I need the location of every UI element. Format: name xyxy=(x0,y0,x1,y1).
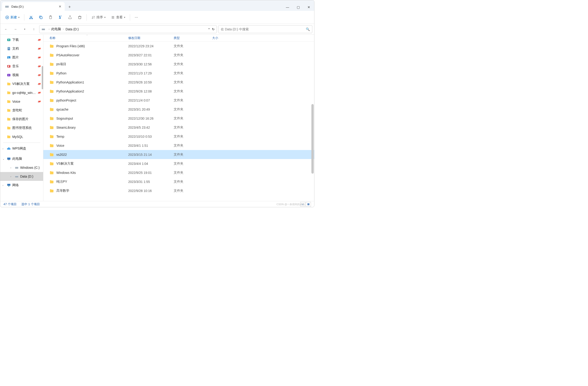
table-row[interactable]: vs20222023/3/15 21:14文件夹 xyxy=(43,150,314,159)
sidebar-item[interactable]: Voice📌 xyxy=(0,97,43,106)
table-row[interactable]: SogouInput2022/12/30 16:26文件夹 xyxy=(43,114,314,123)
table-row[interactable]: Voice2023/4/1 1:51文件夹 xyxy=(43,141,314,150)
scrollbar-thumb[interactable] xyxy=(311,104,314,174)
tab-active[interactable]: Data (D:) ✕ xyxy=(2,2,65,11)
command-bar: 新建 ▾ 排序 ▾ 查看 ▾ ⋯ xyxy=(0,11,314,24)
sidebar-label: MySQL xyxy=(12,135,41,139)
sidebar-label: Voice xyxy=(12,100,36,103)
delete-button[interactable] xyxy=(75,13,84,21)
back-button[interactable]: ← xyxy=(2,25,10,33)
sidebar-item[interactable]: 图书管理系统 xyxy=(0,123,43,132)
sidebar-item-drive[interactable]: ›Windows (C:) xyxy=(0,163,43,172)
sidebar-label: VS解决方案 xyxy=(12,82,36,86)
address-bar[interactable]: › 此电脑 › Data (D:) ▾ ↻ xyxy=(39,25,217,33)
sidebar-item[interactable]: go-cqhttp_windows📌 xyxy=(0,88,43,97)
up-button[interactable]: ↑ xyxy=(30,25,38,33)
cell-date: 2023/4/5 23:42 xyxy=(126,126,172,129)
copy-button[interactable] xyxy=(36,13,45,21)
table-row[interactable]: Program Files (x86)2022/12/29 23:24文件夹 xyxy=(43,41,314,51)
svg-rect-32 xyxy=(15,176,18,176)
chevron-right-icon: › xyxy=(49,28,49,30)
history-chevron[interactable]: ▾ xyxy=(209,27,210,31)
table-row[interactable]: PSAutoRecover2023/3/27 22:01文件夹 xyxy=(43,51,314,60)
nav-pane[interactable]: 下载📌文档📌图片📌音乐📌视频📌VS解决方案📌go-cqhttp_windows📌… xyxy=(0,35,43,201)
table-row[interactable]: Windows Kits2022/9/25 19:01文件夹 xyxy=(43,168,314,177)
file-list: 名称⌃ 修改日期 类型 大小 Program Files (x86)2022/1… xyxy=(43,35,314,201)
cell-date: 2022/9/26 12:08 xyxy=(126,89,172,93)
cell-name: Voice xyxy=(47,143,126,148)
cell-type: 文件夹 xyxy=(172,107,210,112)
more-button[interactable]: ⋯ xyxy=(132,13,140,21)
sidebar-item[interactable]: 视频📌 xyxy=(0,71,43,80)
table-row[interactable]: ps项目2023/3/30 12:56文件夹 xyxy=(43,60,314,69)
share-button[interactable] xyxy=(66,13,74,21)
search-input[interactable] xyxy=(221,27,306,31)
rename-button[interactable] xyxy=(56,13,65,21)
sidebar-item-thispc[interactable]: ⌄ 此电脑 xyxy=(0,154,43,163)
recent-chevron[interactable]: ▾ xyxy=(21,25,28,33)
search-icon[interactable]: 🔍 xyxy=(306,27,310,31)
search-box[interactable]: 🔍 xyxy=(218,25,312,33)
table-row[interactable]: Python2022/11/3 17:29文件夹 xyxy=(43,69,314,78)
table-row[interactable]: 高等数学2022/9/28 10:16文件夹 xyxy=(43,186,314,195)
cell-name: 纯洁PY xyxy=(47,180,126,184)
maximize-button[interactable]: ▢ xyxy=(293,3,303,11)
new-tab-button[interactable]: + xyxy=(66,3,74,11)
close-button[interactable]: ✕ xyxy=(303,3,314,11)
selection-count: 选中 1 个项目 xyxy=(21,202,40,206)
cell-name: Windows Kits xyxy=(47,170,126,175)
sidebar-item[interactable]: 图片📌 xyxy=(0,53,43,62)
table-row[interactable]: PythonApplication22022/9/26 12:08文件夹 xyxy=(43,87,314,96)
cut-button[interactable] xyxy=(27,13,36,21)
sort-label: 排序 xyxy=(96,15,103,20)
sidebar-label: 图书管理系统 xyxy=(12,126,41,130)
sidebar-label: go-cqhttp_windows xyxy=(12,91,36,95)
table-row[interactable]: VS解决方案2023/4/4 1:04文件夹 xyxy=(43,159,314,168)
table-row[interactable]: 纯洁PY2023/3/31 1:55文件夹 xyxy=(43,177,314,186)
sidebar-label: 保存的图片 xyxy=(12,117,41,121)
sidebar-item[interactable]: 文档📌 xyxy=(0,44,43,53)
column-type[interactable]: 类型 xyxy=(172,36,210,40)
view-button[interactable]: 查看 ▾ xyxy=(109,13,127,21)
new-button[interactable]: 新建 ▾ xyxy=(3,13,22,21)
sidebar-label: 视频 xyxy=(12,73,36,77)
table-row[interactable]: qycache2023/3/1 20:49文件夹 xyxy=(43,105,314,114)
main-area: 下载📌文档📌图片📌音乐📌视频📌VS解决方案📌go-cqhttp_windows📌… xyxy=(0,35,314,201)
cell-date: 2022/9/25 19:01 xyxy=(126,171,172,175)
svg-line-9 xyxy=(30,16,32,18)
sidebar-item[interactable]: VS解决方案📌 xyxy=(0,80,43,88)
window-controls: — ▢ ✕ xyxy=(282,3,314,11)
table-row[interactable]: SteamLibrary2023/4/5 23:42文件夹 xyxy=(43,123,314,132)
sidebar-label: 图片 xyxy=(12,55,36,60)
sidebar-item[interactable]: 音乐📌 xyxy=(0,62,43,71)
table-row[interactable]: Temp2022/10/10 0:53文件夹 xyxy=(43,132,314,141)
icons-view-button[interactable]: ▦ xyxy=(306,202,311,206)
breadcrumb-segment[interactable]: Data (D:) xyxy=(65,27,80,32)
table-row[interactable]: pythonProject2022/11/4 0:07文件夹 xyxy=(43,96,314,105)
tab-close-icon[interactable]: ✕ xyxy=(58,5,62,8)
minimize-button[interactable]: — xyxy=(282,3,293,11)
refresh-button[interactable]: ↻ xyxy=(212,27,215,31)
sidebar-item[interactable]: 贪吃蛇 xyxy=(0,106,43,115)
table-row[interactable]: PythonApplication12022/9/26 10:59文件夹 xyxy=(43,78,314,87)
sidebar-item-drive[interactable]: ›Data (D:) xyxy=(0,172,43,181)
sort-button[interactable]: 排序 ▾ xyxy=(89,13,108,21)
column-date[interactable]: 修改日期 xyxy=(126,36,172,40)
sidebar-item[interactable]: MySQL xyxy=(0,132,43,141)
breadcrumb-segment[interactable]: 此电脑 xyxy=(50,27,62,32)
cell-type: 文件夹 xyxy=(172,134,210,139)
explorer-window: Data (D:) ✕ + — ▢ ✕ 新建 ▾ 排序 ▾ 查 xyxy=(0,0,315,207)
scrollbar-thumb[interactable] xyxy=(42,66,43,89)
column-size[interactable]: 大小 xyxy=(210,36,238,40)
sidebar-item[interactable]: 保存的图片 xyxy=(0,115,43,123)
chevron-right-icon: › xyxy=(10,175,13,178)
sidebar-item[interactable]: 下载📌 xyxy=(0,36,43,44)
paste-button[interactable] xyxy=(46,13,55,21)
sidebar-item-network[interactable]: › 网络 xyxy=(0,181,43,190)
svg-rect-1 xyxy=(5,6,9,6)
cell-type: 文件夹 xyxy=(172,44,210,48)
cell-name: VS解决方案 xyxy=(47,161,126,166)
forward-button[interactable]: → xyxy=(11,25,19,33)
column-name[interactable]: 名称⌃ xyxy=(47,36,126,40)
sidebar-item-wps[interactable]: › WPS网盘 xyxy=(0,144,43,153)
